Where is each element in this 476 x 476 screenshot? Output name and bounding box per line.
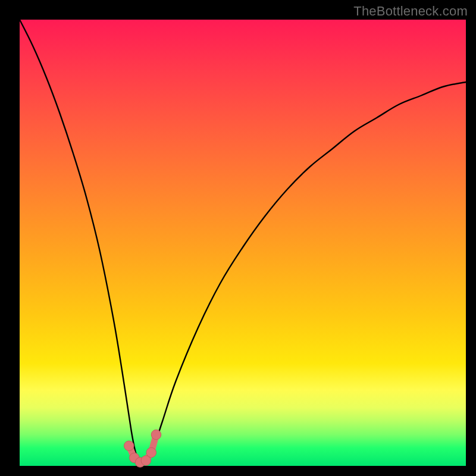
watermark-text: TheBottleneck.com bbox=[353, 4, 468, 19]
chart-frame: TheBottleneck.com bbox=[0, 0, 476, 476]
curve-marker bbox=[146, 447, 156, 458]
curve-minimum-markers bbox=[0, 0, 476, 476]
curve-marker bbox=[151, 430, 161, 440]
curve-marker bbox=[124, 441, 134, 451]
